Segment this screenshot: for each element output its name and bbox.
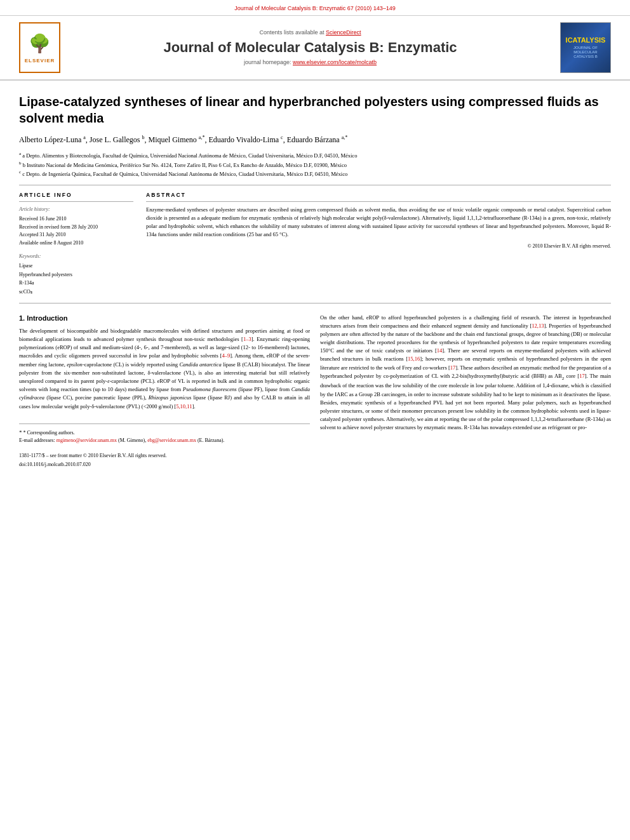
ref-link-17[interactable]: 17	[450, 364, 456, 371]
elsevier-logo-text: ELSEVIER	[25, 57, 55, 64]
elsevier-tree-icon: 🌳	[29, 31, 51, 56]
copyright-notice: © 2010 Elsevier B.V. All rights reserved…	[146, 243, 611, 250]
keyword-2: Hyperbranched polyesters	[19, 270, 133, 279]
elsevier-logo-block: 🌳 ELSEVIER	[19, 22, 60, 73]
affiliation-c: c c Depto. de Ingeniería Química, Facult…	[19, 169, 611, 178]
email1-link[interactable]: mgimeno@servidor.unam.mx	[57, 437, 117, 443]
footnote-star: * * Corresponding authors.	[19, 428, 310, 437]
body-col-right: On the other hand, eROP to afford hyperb…	[320, 314, 611, 469]
top-bar: Journal of Molecular Catalysis B: Enzyma…	[0, 0, 630, 16]
elsevier-logo-box: 🌳 ELSEVIER	[19, 22, 60, 73]
affiliation-a: a a Depto. Alimentos y Biotecnología, Fa…	[19, 150, 611, 160]
journal-citation-link[interactable]: Journal of Molecular Catalysis B: Enzyma…	[234, 5, 396, 11]
divider-body	[19, 303, 611, 303]
article-info-panel: ARTICLE INFO Article history: Received 1…	[19, 192, 133, 297]
issn-line: 1381-1177/$ – see front matter © 2010 El…	[19, 451, 310, 460]
keywords-label: Keywords:	[19, 253, 133, 260]
ref-link-17b[interactable]: 17	[579, 373, 585, 379]
homepage-text: journal homepage:	[244, 59, 292, 65]
page: Journal of Molecular Catalysis B: Enzyma…	[0, 0, 630, 840]
intro-paragraph-right: On the other hand, eROP to afford hyperb…	[320, 314, 611, 432]
ref-link-15-16[interactable]: 15,16	[408, 356, 420, 362]
journal-logo-inner: ICATALYSIS JOURNAL OF MOLECULAR CATALYSI…	[564, 36, 607, 60]
affiliations: a a Depto. Alimentos y Biotecnología, Fa…	[19, 150, 611, 178]
ref-link-1-3[interactable]: 1–3	[243, 336, 251, 342]
article-title: Lipase-catalyzed syntheses of linear and…	[19, 93, 611, 126]
article-info-title: ARTICLE INFO	[19, 192, 133, 202]
keyword-3: R-134a	[19, 279, 133, 288]
ref-link-5-10-11[interactable]: 5,10,11	[176, 403, 192, 410]
ref-link-14[interactable]: 14	[437, 347, 443, 354]
doi-line: doi:10.1016/j.molcatb.2010.07.020	[19, 460, 310, 469]
keyword-4: scCO₂	[19, 288, 133, 297]
authors-text: Alberto López-Luna a, Jose L. Gallegos b…	[19, 135, 347, 144]
affiliation-b: b b Instituto Nacional de Medicina Genóm…	[19, 160, 611, 170]
sciencedirect-link[interactable]: ScienceDirect	[326, 29, 361, 36]
keywords-list: Lipase Hyperbranched polyesters R-134a s…	[19, 262, 133, 296]
intro-paragraph1: The development of biocompatible and bio…	[19, 327, 310, 411]
journal-title-block: Contents lists available at ScienceDirec…	[60, 29, 560, 67]
footnote-block: * * Corresponding authors. E-mail addres…	[19, 423, 310, 446]
divider-top	[19, 185, 611, 185]
homepage-line: journal homepage: www.elsevier.com/locat…	[73, 58, 547, 67]
authors-line: Alberto López-Luna a, Jose L. Gallegos b…	[19, 134, 611, 145]
info-abstract-row: ARTICLE INFO Article history: Received 1…	[19, 192, 611, 297]
intro-heading: 1. Introduction	[19, 314, 310, 323]
footnote-emails: E-mail addresses: mgimeno@servidor.unam.…	[19, 437, 310, 445]
keyword-1: Lipase	[19, 262, 133, 270]
abstract-title: ABSTRACT	[146, 192, 611, 202]
ref-link-4-9[interactable]: 4–9	[222, 352, 230, 359]
journal-logo-image: ICATALYSIS JOURNAL OF MOLECULAR CATALYSI…	[560, 22, 611, 73]
abstract-panel: ABSTRACT Enzyme-mediated syntheses of po…	[146, 192, 611, 297]
revised-date: Received in revised form 28 July 2010	[19, 223, 133, 232]
journal-title: Journal of Molecular Catalysis B: Enzyma…	[73, 39, 547, 56]
received-date: Received 16 June 2010	[19, 215, 133, 223]
contents-line: Contents lists available at ScienceDirec…	[73, 29, 547, 37]
online-date: Available online 8 August 2010	[19, 239, 133, 248]
contents-text: Contents lists available at	[259, 29, 324, 36]
journal-header: 🌳 ELSEVIER Contents lists available at S…	[0, 16, 630, 81]
ref-link-12-13[interactable]: 12,13	[532, 323, 544, 329]
homepage-link[interactable]: www.elsevier.com/locate/molcatb	[293, 59, 377, 65]
article-dates: Received 16 June 2010 Received in revise…	[19, 215, 133, 248]
bottom-info: 1381-1177/$ – see front matter © 2010 El…	[19, 451, 310, 469]
main-content: Lipase-catalyzed syntheses of linear and…	[0, 81, 630, 481]
article-history-label: Article history:	[19, 206, 133, 213]
abstract-text: Enzyme-mediated syntheses of polyester s…	[146, 206, 611, 239]
body-col-left: 1. Introduction The development of bioco…	[19, 314, 310, 469]
accepted-date: Accepted 31 July 2010	[19, 231, 133, 239]
body-content: 1. Introduction The development of bioco…	[19, 314, 611, 469]
email2-link[interactable]: ebg@servidor.unam.mx	[147, 437, 196, 443]
